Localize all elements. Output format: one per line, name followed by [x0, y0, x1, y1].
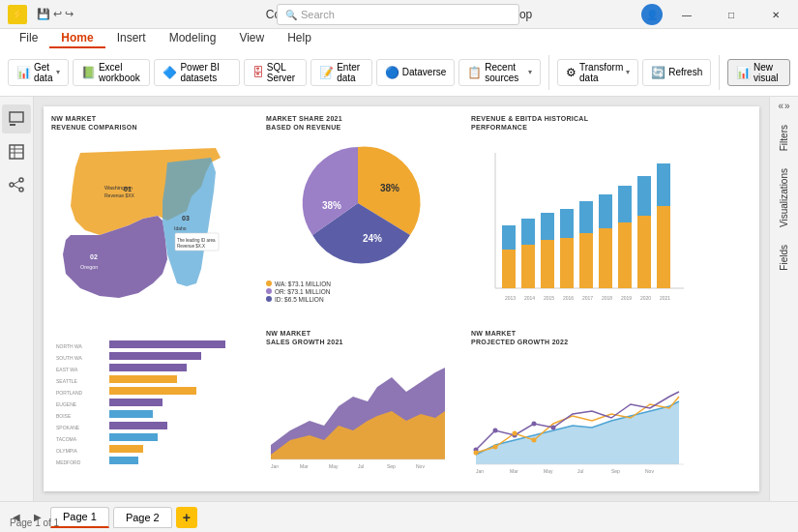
svg-text:2015: 2015	[544, 295, 554, 301]
pie-legend: WA: $73.1 MILLION OR: $73.1 MILLION ID: …	[266, 281, 459, 303]
svg-point-90	[532, 438, 537, 443]
svg-text:2013: 2013	[505, 295, 516, 301]
model-view-icon[interactable]	[2, 170, 31, 199]
tab-help[interactable]: Help	[276, 29, 323, 48]
fields-tab[interactable]: Fields	[775, 237, 793, 279]
svg-rect-58	[109, 364, 187, 371]
main-area: NW MARKET REVENUE COMPARISON 01 Washingt…	[0, 97, 798, 501]
collapse-right-icon[interactable]: »	[784, 101, 790, 111]
svg-text:Mar: Mar	[510, 468, 518, 474]
bar-title: REVENUE & EBITDA HISTORICAL PERFORMANCE	[471, 114, 694, 132]
tab-modeling[interactable]: Modeling	[158, 29, 228, 48]
svg-rect-29	[521, 219, 535, 245]
excel-label: Excel workbook	[99, 62, 141, 83]
svg-text:May: May	[544, 468, 553, 474]
svg-text:02: 02	[90, 253, 98, 260]
add-page-button[interactable]: +	[176, 507, 197, 528]
enter-data-button[interactable]: 📝 Enter data	[310, 59, 372, 86]
line-visualization[interactable]: NW MARKET PROJECTED GROWTH 2022	[471, 329, 694, 484]
svg-rect-31	[541, 213, 554, 240]
svg-text:Jul: Jul	[358, 463, 364, 469]
close-button[interactable]: ✕	[754, 0, 798, 29]
search-bar[interactable]: 🔍 Search	[277, 4, 519, 25]
tab-insert[interactable]: Insert	[105, 29, 158, 48]
undo-icon[interactable]: ↩	[53, 8, 62, 20]
dataverse-button[interactable]: 🔵 Dataverse	[376, 59, 456, 86]
transform-data-button[interactable]: ⚙ Transform data ▾	[557, 59, 638, 86]
svg-rect-0	[10, 112, 23, 122]
title-bar: ⚡ 💾 ↩ ↪ Contoso Suites Market Analysis -…	[0, 0, 798, 29]
window-controls: — □ ✕	[665, 0, 798, 29]
maximize-button[interactable]: □	[709, 0, 754, 29]
hbar-visualization[interactable]: NORTH WA SOUTH WA EAST WA SEATTLE PORTLA…	[51, 329, 254, 484]
page-2-tab[interactable]: Page 2	[113, 507, 172, 528]
tab-file[interactable]: File	[8, 29, 49, 48]
refresh-button[interactable]: 🔄 Refresh	[642, 59, 711, 86]
report-view-icon[interactable]	[2, 104, 31, 133]
collapse-left-icon[interactable]: «	[778, 101, 783, 111]
map-visualization[interactable]: NW MARKET REVENUE COMPARISON 01 Washingt…	[51, 114, 254, 317]
svg-text:SOUTH WA: SOUTH WA	[56, 355, 82, 361]
svg-rect-1	[10, 124, 15, 126]
svg-line-10	[14, 186, 19, 190]
refresh-label: Refresh	[668, 67, 702, 77]
enter-data-icon: 📝	[319, 66, 334, 79]
new-visual-button[interactable]: 📊 New visual	[727, 59, 790, 86]
get-data-button[interactable]: 📊 Get data ▾	[8, 59, 69, 86]
tab-home[interactable]: Home	[49, 29, 104, 48]
svg-rect-62	[109, 387, 196, 395]
svg-text:SPOKANE: SPOKANE	[56, 425, 80, 430]
svg-line-9	[14, 181, 19, 185]
powerbi-datasets-button[interactable]: 🔷 Power BI datasets	[154, 59, 239, 86]
search-placeholder: Search	[301, 9, 335, 20]
pie-visualization[interactable]: MARKET SHARE 2021 BASED ON REVENUE 38% 2…	[266, 114, 459, 317]
page-tabs: ◀ ▶ Page 1 Page 2 + Page 1 of 1	[0, 501, 798, 532]
pie-chart: 38% 24% 38%	[266, 133, 450, 274]
svg-text:03: 03	[182, 215, 190, 222]
svg-text:OLYMPIA: OLYMPIA	[56, 448, 78, 454]
recent-sources-arrow: ▾	[528, 68, 532, 76]
left-panel	[0, 97, 34, 501]
user-avatar[interactable]: 👤	[641, 4, 663, 25]
filters-tab[interactable]: Filters	[775, 117, 793, 159]
area-visualization[interactable]: NW MARKET SALES GROWTH 2021 Jan Mar May …	[266, 329, 459, 484]
visualizations-tab[interactable]: Visualizations	[775, 161, 793, 235]
svg-text:Jul: Jul	[577, 468, 583, 474]
minimize-button[interactable]: —	[665, 0, 709, 29]
svg-rect-43	[657, 163, 670, 206]
svg-text:May: May	[329, 463, 339, 469]
save-icon[interactable]: 💾	[37, 8, 50, 20]
svg-text:Sep: Sep	[387, 463, 396, 469]
data-view-icon[interactable]	[2, 137, 31, 166]
svg-rect-32	[560, 238, 574, 288]
svg-rect-70	[109, 433, 158, 441]
new-visual-icon: 📊	[736, 66, 751, 79]
svg-rect-39	[618, 186, 632, 222]
recent-sources-button[interactable]: 📋 Recent sources ▾	[458, 59, 541, 86]
powerbi-icon: 🔷	[163, 66, 177, 79]
tab-view[interactable]: View	[227, 29, 276, 48]
svg-rect-38	[618, 222, 632, 288]
svg-text:2014: 2014	[524, 295, 535, 301]
svg-text:Mar: Mar	[300, 463, 309, 469]
svg-text:2021: 2021	[660, 295, 670, 301]
svg-point-86	[551, 426, 556, 430]
redo-icon[interactable]: ↪	[65, 8, 74, 20]
panel-collapse-buttons: « »	[770, 97, 799, 111]
svg-rect-66	[109, 410, 153, 418]
svg-point-83	[493, 429, 498, 433]
svg-rect-36	[599, 228, 612, 288]
page-info: Page 1 of 1	[10, 517, 59, 528]
bar-visualization[interactable]: REVENUE & EBITDA HISTORICAL PERFORMANCE	[471, 114, 694, 317]
sql-server-button[interactable]: 🗄 SQL Server	[244, 59, 307, 86]
svg-point-7	[19, 178, 23, 182]
ribbon-tabs: File Home Insert Modeling View Help	[0, 29, 798, 48]
svg-text:NORTH WA: NORTH WA	[56, 343, 83, 349]
map-title: NW MARKET REVENUE COMPARISON	[51, 114, 254, 132]
svg-text:Idaho: Idaho	[174, 225, 187, 231]
svg-rect-68	[109, 422, 167, 429]
excel-icon: 📗	[81, 66, 96, 79]
search-icon: 🔍	[285, 10, 297, 20]
svg-text:Washington: Washington	[104, 185, 133, 191]
excel-button[interactable]: 📗 Excel workbook	[73, 59, 150, 86]
